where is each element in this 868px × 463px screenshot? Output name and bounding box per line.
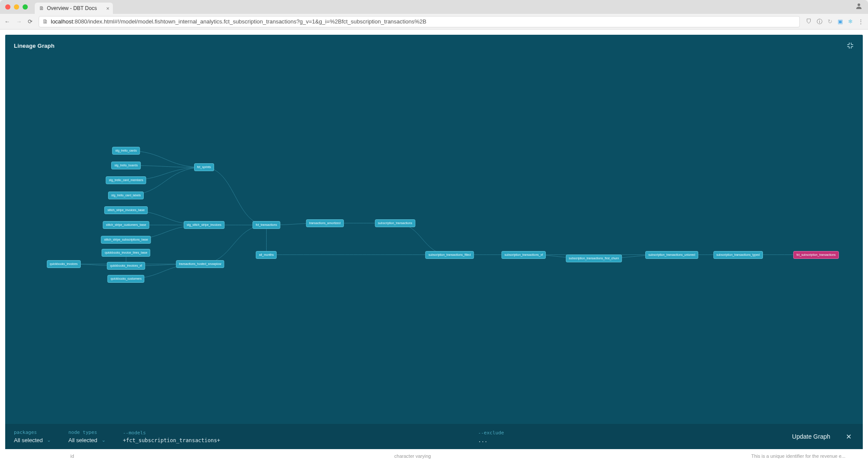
graph-node[interactable]: quickbooks_customers [108,275,145,283]
graph-node[interactable]: quickbooks_invoice_lines_base [102,249,150,257]
graph-node[interactable]: stg_trello_card_labels [108,192,144,199]
info-icon[interactable]: ⓘ [817,18,822,26]
page-area: id character varying This is a unique id… [0,30,868,463]
close-window-icon[interactable] [5,4,10,10]
lineage-title: Lineage Graph [14,43,55,49]
graph-node[interactable]: fct_transactions [253,221,280,229]
url-path: :8080/index.html#!/model/model.fishtown_… [73,18,426,25]
chevron-down-icon: ⌄ [47,437,51,443]
update-graph-button[interactable]: Update Graph [785,430,837,443]
reload-alt-icon[interactable]: ↻ [828,18,832,25]
packages-value: All selected [14,437,43,443]
lineage-header: Lineage Graph [5,35,863,52]
packages-label: packages [14,430,51,435]
browser-tab[interactable]: 🗎 Overview - DBT Docs × [35,3,113,14]
node-types-label: node types [68,430,105,435]
file-icon: 🗎 [39,5,44,11]
browser-tabstrip: 🗎 Overview - DBT Docs × [35,0,113,14]
graph-controls: packages All selected ⌄ node types All s… [5,424,863,449]
graph-node[interactable]: stitch_stripe_customers_base [103,221,149,229]
svg-point-0 [858,3,860,6]
underlying-page-row: id character varying This is a unique id… [5,449,863,463]
graph-node[interactable]: subscription_transactions_first_churn [566,255,622,262]
packages-filter[interactable]: packages All selected ⌄ [14,424,68,449]
column-type: character varying [394,453,431,459]
close-overlay-icon[interactable]: ✕ [843,430,854,443]
graph-node[interactable]: subscription_transactions_unioned [645,251,698,259]
graph-node[interactable]: transactions_hosted_snowplow [176,260,224,268]
graph-node[interactable]: quickbooks_invoices_xf [107,262,145,270]
graph-edge [204,167,267,225]
chevron-down-icon: ⌄ [102,437,106,443]
toolbar-right-icons: ⛉ ⓘ ↻ ▣ ❄ ⋮ [806,18,864,26]
graph-node[interactable]: subscription_transactions_filled [426,251,474,259]
graph-node[interactable]: stitch_stripe_invoices_base [104,206,148,214]
column-desc: This is a unique identifier for the reve… [751,453,845,459]
graph-node[interactable]: all_months [256,251,277,259]
exclude-value: ... [478,437,768,443]
nav-forward-icon: → [16,18,22,25]
graph-node[interactable]: transactions_amortized [306,219,343,227]
menu-icon[interactable]: ⋮ [858,18,864,25]
models-label: --models [123,430,461,436]
reload-icon[interactable]: ⟳ [28,18,33,25]
maximize-window-icon[interactable] [23,4,28,10]
graph-node[interactable]: stg_trello_cards [112,147,140,155]
extension-icon[interactable]: ▣ [838,18,843,25]
graph-node[interactable]: fct_subscription_transactions [793,251,838,259]
snowflake-icon[interactable]: ❄ [848,18,853,25]
exit-fullscreen-icon[interactable] [846,42,854,50]
url-host: localhost [51,18,73,25]
graph-node[interactable]: stitch_stripe_subscriptions_base [101,236,151,244]
node-types-filter[interactable]: node types All selected ⌄ [68,424,122,449]
exclude-label: --exclude [478,430,768,436]
column-id-label: id [70,453,74,459]
graph-node[interactable]: quickbooks_invoices [47,260,81,268]
exclude-selector[interactable]: --exclude ... [478,424,785,449]
address-bar[interactable]: 🗎 localhost :8080/index.html#!/model/mod… [39,16,800,27]
browser-toolbar: ← → ⟳ 🗎 localhost :8080/index.html#!/mod… [0,14,868,30]
shield-icon[interactable]: ⛉ [806,18,812,25]
browser-tab-title: Overview - DBT Docs [47,5,97,11]
node-types-value: All selected [68,437,97,443]
traffic-lights [5,4,28,10]
models-selector[interactable]: --models +fct_subscription_transactions+ [123,424,478,449]
graph-edge [395,223,450,255]
window-title-bar: 🗎 Overview - DBT Docs × [0,0,868,14]
graph-node[interactable]: stg_trello_boards [111,162,141,169]
lineage-graph-overlay: Lineage Graph quickbooks_invoicesstg_tre… [5,35,863,449]
graph-node[interactable]: fct_sprints [194,163,214,171]
graph-node[interactable]: subscription_transactions_typed [713,251,763,259]
nav-back-icon[interactable]: ← [4,18,10,25]
minimize-window-icon[interactable] [14,4,19,10]
close-tab-icon[interactable]: × [106,5,109,12]
graph-node[interactable]: stg_stitch_stripe_invoices [184,221,224,229]
file-icon: 🗎 [43,18,48,25]
profile-avatar-icon[interactable] [855,2,863,12]
graph-canvas[interactable]: quickbooks_invoicesstg_trello_cardsstg_t… [5,52,863,424]
graph-node[interactable]: subscription_transactions_xf [502,251,546,259]
models-value: +fct_subscription_transactions+ [123,437,461,443]
graph-node[interactable]: stg_trello_card_members [106,176,146,184]
graph-node[interactable]: subscription_transactions [375,219,415,227]
